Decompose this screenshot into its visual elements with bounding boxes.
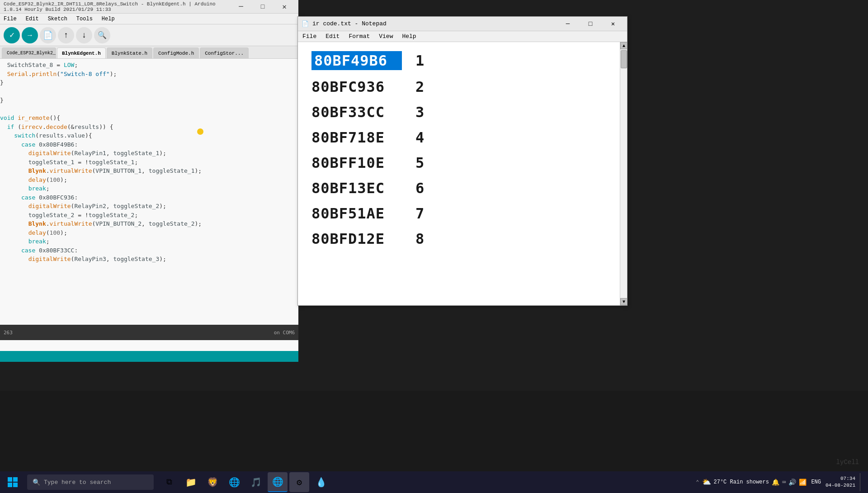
show-desktop-btn[interactable] <box>860 473 863 491</box>
arduino-maximize-btn[interactable]: □ <box>252 0 273 14</box>
code-line: SwitchState_8 = LOW; <box>0 61 298 70</box>
code-line <box>0 105 298 114</box>
arduino-title-text: Code_ESP32_Blynk2_IR_DHT11_LDR_8Relays_S… <box>4 1 231 12</box>
scroll-thumb[interactable] <box>621 50 627 68</box>
taskbar-system-tray: ⌃ ⛅ 27°C Rain showers 🔔 ⌨ 🔊 📶 ENG 07:34 … <box>696 473 868 491</box>
code-line: Blynk.virtualWrite(VPIN_BUTTON_1, toggle… <box>0 166 298 175</box>
system-date: 04-08-2021 <box>826 482 855 489</box>
code-line: delay(100); <box>0 228 298 237</box>
code-line: digitalWrite(RelayPin3, toggleState_3); <box>0 255 298 264</box>
taskbar-search-box[interactable]: 🔍 Type here to search <box>27 474 154 490</box>
ir-row-1: 80BF49B6 1 <box>311 51 613 70</box>
code-line: digitalWrite(RelayPin1, toggleState_1); <box>0 149 298 158</box>
notepad-window-controls: ─ □ ✕ <box>557 17 623 31</box>
svg-rect-0 <box>8 477 12 482</box>
chevron-up-icon[interactable]: ⌃ <box>696 479 699 486</box>
serial-monitor-button[interactable]: 🔍 <box>94 27 110 43</box>
svg-rect-1 <box>13 477 18 482</box>
notepad-menubar: File Edit Format View Help <box>298 31 627 42</box>
vlc-btn[interactable]: 🎵 <box>246 472 266 492</box>
code-line: case 0x80BFC936: <box>0 193 298 202</box>
chrome-btn[interactable]: 🌐 <box>268 472 288 492</box>
ir-code-num-1: 1 <box>415 52 424 69</box>
ir-code-value-8: 80BFD12E <box>311 230 402 247</box>
network-btn[interactable]: 🌐 <box>224 472 244 492</box>
ir-row-6: 80BF13EC 6 <box>311 180 613 197</box>
notepad-close-btn[interactable]: ✕ <box>603 17 623 31</box>
notepad-titlebar: 📄 ir code.txt - Notepad ─ □ ✕ <box>298 17 627 31</box>
arduino-toolbar: ✓ → 📄 ↑ ↓ 🔍 <box>0 24 298 46</box>
arduino-taskbar-btn[interactable]: ⚙ <box>289 472 309 492</box>
arduino-statusbar <box>0 351 298 362</box>
task-view-button[interactable]: ⧉ <box>159 472 179 492</box>
code-line: Serial.println("Switch-8 off"); <box>0 70 298 79</box>
notepad-menu-view[interactable]: View <box>376 33 396 40</box>
notepad-maximize-btn[interactable]: □ <box>580 17 601 31</box>
keyboard-icon: ⌨ <box>782 479 786 486</box>
ir-code-num-4: 4 <box>415 129 424 146</box>
background-area <box>0 391 868 471</box>
verify-button[interactable]: ✓ <box>4 27 20 43</box>
ir-code-value-7: 80BF51AE <box>311 205 402 222</box>
start-button[interactable] <box>0 471 25 493</box>
arduino-code-editor[interactable]: SwitchState_8 = LOW; Serial.println("Swi… <box>0 59 298 351</box>
notepad-menu-file[interactable]: File <box>300 33 319 40</box>
arduino-line-status: 263 on COM6 <box>0 325 298 340</box>
ir-row-4: 80BF718E 4 <box>311 129 613 146</box>
system-time: 07:34 <box>826 475 855 482</box>
notepad-menu-help[interactable]: Help <box>399 33 419 40</box>
notification-icon[interactable]: 🔔 <box>772 479 779 486</box>
ir-row-3: 80BF33CC 3 <box>311 104 613 121</box>
notepad-menu-edit[interactable]: Edit <box>323 33 342 40</box>
arduino-menu-tools[interactable]: Tools <box>75 15 94 23</box>
tab-configstor[interactable]: ConfigStor... <box>200 47 249 58</box>
extra-taskbar-btn[interactable]: 💧 <box>311 472 331 492</box>
notepad-minimize-btn[interactable]: ─ <box>557 17 578 31</box>
tab-blynkstate[interactable]: BlynkState.h <box>107 47 152 58</box>
code-line: toggleState_2 = !toggleState_2; <box>0 211 298 220</box>
notepad-text-area[interactable]: 80BF49B6 1 80BFC936 2 80BF33CC 3 80BF718… <box>298 42 627 305</box>
code-line: case 0x80BF33CC: <box>0 246 298 255</box>
arduino-minimize-btn[interactable]: ─ <box>231 0 251 14</box>
new-button[interactable]: 📄 <box>40 27 56 43</box>
volume-icon[interactable]: 🔊 <box>788 479 796 486</box>
tab-main-sketch[interactable]: Code_ESP32_Blynk2_IR_DHT11_LDR_8Relays_S… <box>2 47 56 58</box>
browser-firefox-btn[interactable]: 🦁 <box>203 472 222 492</box>
file-explorer-taskbar-btn[interactable]: 📁 <box>181 472 201 492</box>
open-button[interactable]: ↑ <box>58 27 74 43</box>
system-clock[interactable]: 07:34 04-08-2021 <box>826 475 855 489</box>
wifi-icon[interactable]: 📶 <box>799 479 807 486</box>
notepad-scrollbar[interactable]: ▲ ▼ <box>620 42 627 305</box>
arduino-menu-edit[interactable]: Edit <box>24 15 41 23</box>
code-line: break; <box>0 237 298 246</box>
weather-text: 27°C Rain showers <box>714 479 769 485</box>
arduino-menu-file[interactable]: File <box>2 15 19 23</box>
tab-configmode[interactable]: ConfigMode.h <box>153 47 199 58</box>
arduino-titlebar: Code_ESP32_Blynk2_IR_DHT11_LDR_8Relays_S… <box>0 0 298 14</box>
code-line: break; <box>0 184 298 193</box>
notepad-menu-format[interactable]: Format <box>346 33 373 40</box>
notepad-window: 📄 ir code.txt - Notepad ─ □ ✕ File Edit … <box>297 16 627 306</box>
code-line: switch(results.value){ <box>0 131 298 140</box>
taskbar: 🔍 Type here to search ⧉ 📁 🦁 🌐 🎵 🌐 ⚙ 💧 ⌃ … <box>0 471 868 493</box>
scroll-up-btn[interactable]: ▲ <box>620 42 627 49</box>
ir-row-5: 80BFF10E 5 <box>311 154 613 171</box>
tab-blynkedgent[interactable]: BlynkEdgent.h <box>57 47 106 58</box>
code-line: void ir_remote(){ <box>0 114 298 123</box>
notepad-title-text: ir code.txt - Notepad <box>312 20 387 27</box>
ir-code-value-4: 80BF718E <box>311 129 402 146</box>
arduino-menu-sketch[interactable]: Sketch <box>46 15 69 23</box>
search-icon: 🔍 <box>33 479 40 486</box>
ir-code-value-3: 80BF33CC <box>311 104 402 121</box>
save-button[interactable]: ↓ <box>76 27 92 43</box>
watermark: lyCell <box>836 459 859 466</box>
ir-code-num-7: 7 <box>415 205 424 222</box>
svg-rect-3 <box>13 483 18 487</box>
arduino-menu-help[interactable]: Help <box>100 15 117 23</box>
scroll-down-btn[interactable]: ▼ <box>620 298 627 305</box>
upload-button[interactable]: → <box>22 27 38 43</box>
language-badge[interactable]: ENG <box>809 478 823 486</box>
code-line: delay(100); <box>0 175 298 185</box>
code-line <box>0 87 298 96</box>
arduino-close-btn[interactable]: ✕ <box>274 0 295 14</box>
